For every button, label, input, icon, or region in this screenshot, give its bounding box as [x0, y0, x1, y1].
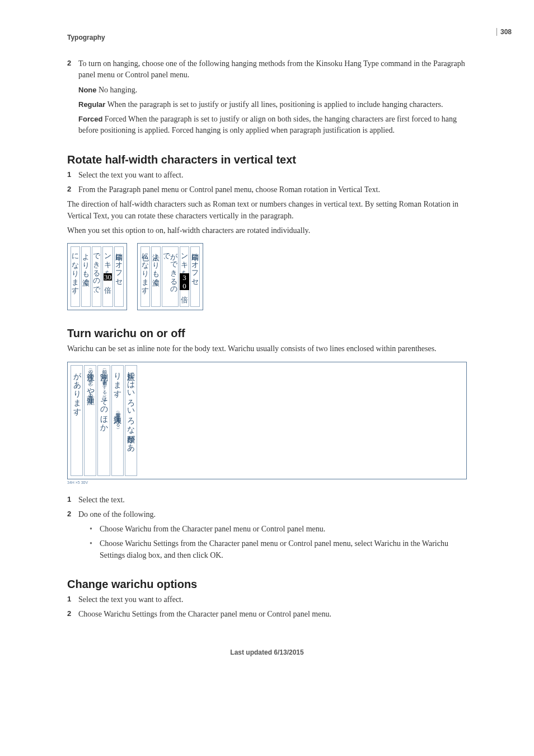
wcol: 割注（間に二行で割書きする注）そのほか	[97, 365, 110, 476]
heading-rotate: Rotate half-width characters in vertical…	[67, 153, 467, 166]
kinsoku-step-2: 2 To turn on hanging, choose one of the …	[67, 58, 467, 81]
rotate-step-2: 2 From the Paragraph panel menu or Contr…	[67, 184, 467, 195]
step-number: 2	[67, 609, 78, 620]
step-text: To turn on hanging, choose one of the fo…	[78, 58, 467, 81]
heading-warichu-onoff: Turn warichu on or off	[67, 327, 467, 340]
step-number: 2	[67, 58, 78, 81]
heading-warichu-options: Change warichu options	[67, 578, 467, 591]
step-number: 1	[67, 170, 78, 181]
step-text: Choose Warichu Settings from the Charact…	[78, 609, 467, 620]
step-text: Select the text you want to affect.	[78, 594, 467, 605]
warichu-opts-step-2: 2 Choose Warichu Settings from the Chara…	[67, 609, 467, 620]
step-number: 2	[67, 509, 78, 520]
def-body: No hanging.	[99, 86, 137, 94]
vcol: 法よりも濃く、	[151, 246, 161, 307]
def-term: None	[78, 86, 97, 94]
figure-ruler: 34H ×5 30V	[67, 480, 467, 484]
vcol: ンキを30倍	[102, 246, 113, 307]
vcol: できるので、	[92, 246, 101, 307]
rotate-paragraph-2: When you set this option to on, half-wid…	[67, 225, 467, 236]
running-header: Typography	[67, 34, 467, 41]
vcol: 印刷はオフセ	[190, 246, 200, 307]
def-none: None No hanging.	[78, 85, 467, 96]
warichu-step-2: 2 Do one of the following.	[67, 509, 467, 520]
rotate-figure-left: になります。 よりも濃く、 できるので、 ンキを30倍 印刷はオフセ	[67, 243, 127, 310]
step-text: Do one of the following.	[78, 509, 467, 520]
bullet-icon: •	[90, 524, 100, 535]
vcol: よりも濃く、	[81, 246, 91, 307]
page-number: 308	[496, 28, 512, 36]
warichu-step-1: 1 Select the text.	[67, 494, 467, 506]
rotate-figure-right: 色になります。 法よりも濃く、 ができるので、 ンキを30倍 印刷はオフセ	[137, 243, 203, 310]
def-term: Regular	[78, 100, 105, 109]
def-forced: Forced Forced When the paragraph is set …	[78, 114, 467, 137]
step-text: From the Paragraph panel menu or Control…	[78, 184, 467, 195]
rotate-paragraph-1: The direction of half-width characters s…	[67, 199, 467, 222]
vcol: ンキを30倍	[180, 246, 189, 307]
warichu-figure: があります。 後注（文の次に記す）や頭注（本文の冒頭） 割注（間に二行で割書きす…	[67, 362, 467, 484]
bullet-text: Choose Warichu Settings from the Charact…	[100, 538, 467, 561]
wcol: 注釈にはいろいろな種類があ	[125, 365, 137, 476]
warichu-bullet-1: • Choose Warichu from the Character pane…	[90, 524, 467, 535]
def-regular: Regular When the paragraph is set to jus…	[78, 99, 467, 110]
def-term: Forced	[78, 115, 102, 123]
footer-updated: Last updated 6/13/2015	[67, 648, 467, 656]
step-number: 2	[67, 184, 78, 195]
step-text: Select the text you want to affect.	[78, 170, 467, 181]
vcol: ができるので、	[162, 246, 179, 307]
bullet-icon: •	[90, 538, 100, 561]
wcol: 後注（文の次に記す）や頭注（本文の冒頭）	[84, 365, 96, 476]
rotate-figure: になります。 よりも濃く、 できるので、 ンキを30倍 印刷はオフセ 色になりま…	[67, 243, 467, 310]
vcol: 色になります。	[140, 246, 150, 307]
vcol: になります。	[71, 246, 80, 307]
step-number: 1	[67, 494, 78, 506]
def-body: Forced When the paragraph is set to just…	[78, 115, 457, 134]
warichu-bullet-2: • Choose Warichu Settings from the Chara…	[90, 538, 467, 561]
def-body: When the paragraph is set to justify or …	[107, 100, 443, 109]
wcol: があります。	[71, 365, 83, 476]
vcol: 印刷はオフセ	[114, 246, 124, 307]
rotate-step-1: 1 Select the text you want to affect.	[67, 170, 467, 181]
bullet-text: Choose Warichu from the Character panel …	[100, 524, 467, 535]
wcol: ります。 挿入注（本文間の挿入する）	[111, 365, 124, 476]
warichu-opts-step-1: 1 Select the text you want to affect.	[67, 594, 467, 605]
warichu-intro: Warichu can be set as inline note for th…	[67, 343, 467, 354]
step-text: Select the text.	[78, 494, 467, 506]
step-number: 1	[67, 594, 78, 605]
